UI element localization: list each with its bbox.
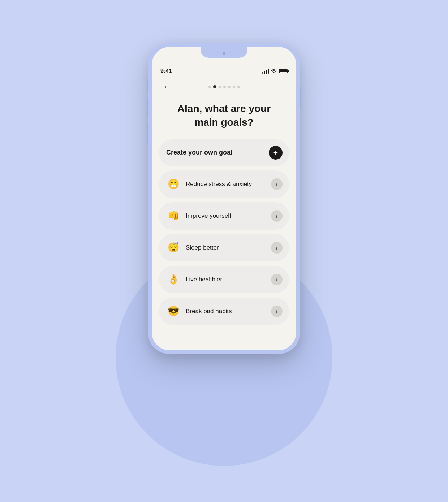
goal-label-break-bad-habits: Break bad habits (186, 307, 271, 315)
main-content: ← Alan, what are yourmain goals? (152, 76, 296, 350)
goal-emoji-break-bad-habits: 😎 (166, 304, 181, 319)
dot-1 (208, 86, 211, 88)
battery-icon (279, 69, 288, 73)
volume-up-button (147, 98, 148, 117)
dot-3 (219, 86, 221, 88)
info-button-reduce-stress[interactable]: i (271, 178, 283, 190)
goal-label-live-healthier: Live healthier (186, 276, 271, 284)
page-title: Alan, what are yourmain goals? (159, 102, 289, 129)
back-arrow-icon: ← (163, 83, 171, 90)
goal-label-create-own: Create your own goal (166, 148, 269, 157)
dot-7 (237, 86, 240, 88)
status-icons (262, 69, 288, 74)
dot-6 (233, 86, 235, 88)
add-goal-button[interactable]: + (269, 146, 283, 160)
status-bar: 9:41 (152, 65, 296, 76)
goal-item-break-bad-habits[interactable]: 😎 Break bad habits i (159, 298, 289, 325)
dot-4 (223, 86, 226, 88)
dot-2-active (213, 85, 216, 88)
goal-emoji-live-healthier: 👌 (166, 272, 181, 287)
battery-fill (280, 70, 287, 72)
goal-item-improve-yourself[interactable]: 👊 Improve yourself i (159, 202, 289, 230)
dot-5 (228, 86, 231, 88)
progress-dots (173, 85, 275, 88)
power-button (300, 87, 301, 108)
signal-bar-1 (262, 72, 263, 74)
signal-bar-4 (268, 69, 269, 74)
goal-item-reduce-stress[interactable]: 😁 Reduce stress & anxiety i (159, 170, 289, 198)
notch-area (152, 47, 296, 65)
goal-label-reduce-stress: Reduce stress & anxiety (186, 180, 271, 188)
goal-item-sleep-better[interactable]: 😴 Sleep better i (159, 234, 289, 261)
info-button-improve-yourself[interactable]: i (271, 210, 283, 222)
goal-item-create-own[interactable]: Create your own goal + (159, 139, 289, 166)
info-button-sleep-better[interactable]: i (271, 242, 283, 254)
goal-emoji-reduce-stress: 😁 (166, 177, 181, 191)
phone-shell: 9:41 (148, 43, 300, 354)
mute-button (147, 79, 148, 92)
signal-bar-2 (264, 71, 265, 74)
goal-item-live-healthier[interactable]: 👌 Live healthier i (159, 266, 289, 293)
nav-row: ← (159, 76, 289, 96)
signal-icon (262, 69, 269, 74)
goal-emoji-sleep-better: 😴 (166, 241, 181, 255)
goal-emoji-improve-yourself: 👊 (166, 209, 181, 223)
camera-dot (223, 52, 225, 55)
status-time: 9:41 (160, 68, 172, 74)
info-button-break-bad-habits[interactable]: i (271, 306, 283, 317)
goal-label-sleep-better: Sleep better (186, 244, 271, 252)
wifi-icon (271, 69, 277, 74)
goal-label-improve-yourself: Improve yourself (186, 212, 271, 220)
info-button-live-healthier[interactable]: i (271, 274, 283, 285)
phone-screen: 9:41 (152, 47, 296, 350)
signal-bar-3 (266, 70, 267, 74)
phone-mockup: 9:41 (148, 43, 300, 459)
goal-list: Create your own goal + 😁 Reduce stress &… (159, 139, 289, 325)
volume-down-button (147, 123, 148, 143)
notch (201, 47, 247, 58)
back-button[interactable]: ← (160, 80, 173, 93)
